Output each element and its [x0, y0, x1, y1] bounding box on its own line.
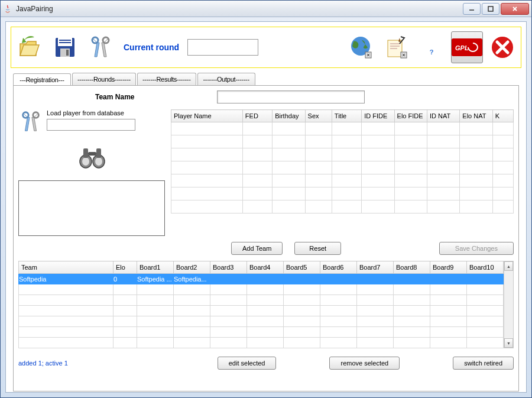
add-team-button[interactable]: Add Team	[231, 242, 283, 255]
player-row[interactable]	[171, 174, 514, 187]
col-board2[interactable]: Board2	[174, 261, 210, 274]
team-row[interactable]: Softpedia 0 Softpedia ... Softpedia...	[19, 274, 504, 284]
tab-results[interactable]: -------Results-------	[137, 73, 196, 85]
switch-retired-button[interactable]: switch retired	[453, 357, 514, 370]
col-elo[interactable]: Elo	[113, 261, 137, 274]
col-sex[interactable]: Sex	[305, 110, 332, 122]
col-board7[interactable]: Board7	[357, 261, 394, 274]
application-window: JavaPairing Current round	[0, 0, 532, 398]
report-button[interactable]	[380, 31, 412, 63]
svg-point-18	[33, 112, 39, 118]
svg-text:GPL: GPL	[455, 44, 469, 51]
team-row[interactable]	[19, 338, 504, 348]
player-table[interactable]: Player Name FED Birthday Sex Title ID FI…	[171, 109, 514, 236]
svg-point-17	[23, 112, 29, 118]
team-table[interactable]: Team Elo Board1 Board2 Board3 Board4 Boa…	[18, 261, 514, 348]
team-row[interactable]	[19, 316, 504, 327]
scroll-up-icon[interactable]: ▲	[504, 261, 513, 271]
team-row[interactable]	[19, 284, 504, 295]
col-idfide[interactable]: ID FIDE	[362, 110, 394, 122]
binoculars-icon[interactable]	[77, 144, 107, 171]
content-area: Current round ? GPL ---Registration---	[5, 21, 527, 393]
current-round-label: Current round	[124, 43, 179, 52]
col-board4[interactable]: Board4	[247, 261, 284, 274]
col-board9[interactable]: Board9	[430, 261, 467, 274]
titlebar[interactable]: JavaPairing	[1, 1, 531, 17]
exit-button[interactable]	[486, 31, 518, 63]
svg-point-22	[95, 157, 102, 166]
svg-rect-0	[488, 7, 493, 11]
team-name-label: Team Name	[95, 93, 134, 101]
col-player-name[interactable]: Player Name	[171, 110, 243, 122]
help-button[interactable]: ?	[416, 31, 447, 63]
svg-rect-6	[66, 50, 69, 56]
current-round-input[interactable]	[187, 39, 258, 56]
col-idnat[interactable]: ID NAT	[427, 110, 459, 122]
tab-registration[interactable]: ---Registration---	[13, 73, 71, 86]
svg-rect-3	[59, 40, 71, 41]
team-name-input[interactable]	[217, 90, 365, 103]
player-row[interactable]	[171, 200, 514, 213]
team-row[interactable]	[19, 306, 504, 316]
tab-bar: ---Registration--- --------Rounds-------…	[6, 73, 526, 85]
remove-selected-button[interactable]: remove selected	[329, 357, 400, 370]
status-text: added 1; active 1	[18, 360, 68, 367]
team-table-scrollbar[interactable]: ▲ ▼	[504, 261, 514, 348]
svg-rect-24	[96, 148, 101, 158]
col-elofide[interactable]: Elo FIDE	[394, 110, 427, 122]
col-team[interactable]: Team	[19, 261, 113, 274]
scroll-down-icon[interactable]: ▼	[504, 338, 513, 348]
col-birthday[interactable]: Birthday	[273, 110, 305, 122]
col-board5[interactable]: Board5	[284, 261, 320, 274]
col-board3[interactable]: Board3	[210, 261, 247, 274]
col-title[interactable]: Title	[332, 110, 361, 122]
java-icon	[3, 4, 12, 14]
tools-icon	[18, 109, 43, 134]
svg-point-8	[103, 37, 109, 43]
maximize-button[interactable]	[482, 3, 499, 15]
player-row[interactable]	[171, 122, 514, 135]
tab-rounds[interactable]: --------Rounds--------	[72, 73, 136, 85]
svg-point-7	[92, 37, 98, 43]
load-player-input[interactable]	[47, 119, 135, 131]
col-elonat[interactable]: Elo NAT	[460, 110, 492, 122]
team-row[interactable]	[19, 327, 504, 338]
edit-selected-button[interactable]: edit selected	[218, 357, 277, 370]
player-row[interactable]	[171, 135, 514, 148]
svg-rect-23	[83, 148, 88, 158]
license-button[interactable]: GPL	[451, 31, 483, 63]
col-board6[interactable]: Board6	[320, 261, 357, 274]
minimize-button[interactable]	[463, 3, 481, 15]
player-row[interactable]	[171, 187, 514, 200]
save-button[interactable]	[49, 31, 81, 63]
settings-button[interactable]	[85, 31, 116, 63]
web-button[interactable]	[345, 31, 377, 63]
open-button[interactable]	[14, 31, 46, 63]
svg-point-21	[82, 157, 89, 166]
col-k[interactable]: K	[492, 110, 513, 122]
tab-output[interactable]: -------Output-------	[197, 73, 255, 85]
registration-panel: Team Name Load player from database	[13, 85, 519, 391]
reset-button[interactable]: Reset	[294, 242, 341, 255]
team-row[interactable]	[19, 295, 504, 306]
col-fed[interactable]: FED	[242, 110, 272, 122]
svg-text:?: ?	[430, 48, 434, 56]
player-row[interactable]	[171, 148, 514, 161]
player-row[interactable]	[171, 161, 514, 174]
close-button[interactable]	[501, 3, 529, 15]
svg-rect-25	[88, 152, 96, 156]
save-changes-button: Save Changes	[439, 242, 514, 255]
col-board10[interactable]: Board10	[467, 261, 504, 274]
player-search-list[interactable]	[18, 180, 165, 236]
load-player-label: Load player from database	[47, 109, 135, 117]
main-toolbar: Current round ? GPL	[11, 27, 521, 68]
window-title: JavaPairing	[16, 5, 463, 13]
svg-rect-4	[59, 42, 71, 43]
col-board1[interactable]: Board1	[137, 261, 174, 274]
col-board8[interactable]: Board8	[394, 261, 430, 274]
